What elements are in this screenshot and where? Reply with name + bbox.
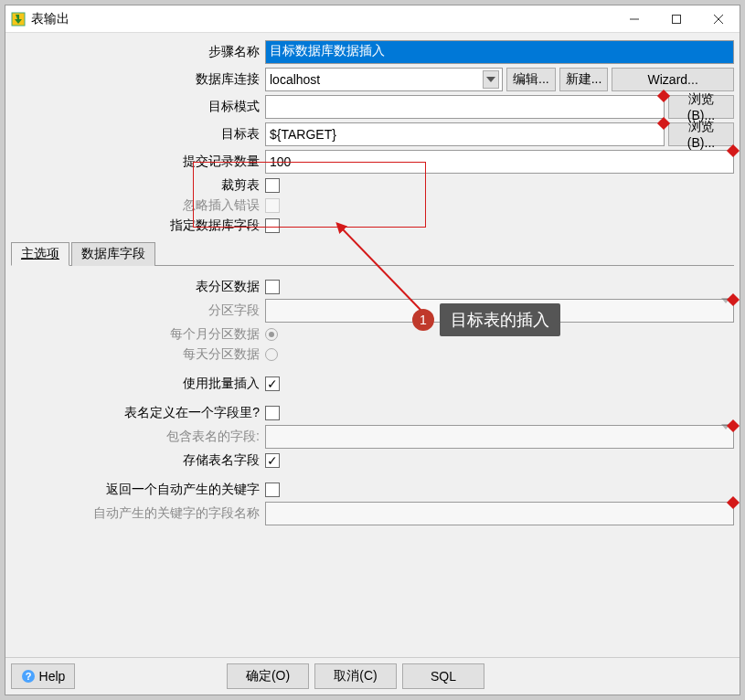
target-table-label: 目标表 (11, 126, 265, 143)
app-icon (11, 12, 26, 27)
main-tab-panel: 表分区数据 分区字段 每个月分区数据 每天分区数据 (11, 266, 734, 538)
truncate-table-label: 裁剪表 (11, 177, 265, 194)
step-name-label: 步骤名称 (11, 44, 265, 60)
partition-daily-radio (265, 348, 278, 361)
partition-monthly-label: 每个月分区数据 (11, 326, 265, 343)
minimize-button[interactable] (613, 5, 655, 33)
partition-daily-label: 每天分区数据 (11, 346, 265, 363)
partition-field-combo (265, 299, 734, 323)
specify-db-fields-checkbox[interactable] (265, 218, 280, 233)
browse-table-button[interactable]: 浏览(B)... (668, 122, 734, 146)
use-batch-insert-checkbox[interactable] (265, 377, 280, 391)
partition-field-label: 分区字段 (11, 302, 265, 319)
db-connection-value: localhost (270, 72, 320, 87)
titlebar: 表输出 (5, 5, 740, 33)
partition-data-checkbox[interactable] (265, 280, 280, 294)
partition-data-label: 表分区数据 (11, 279, 265, 295)
ignore-insert-errors-label: 忽略插入错误 (11, 197, 265, 214)
commit-size-input[interactable] (265, 150, 734, 174)
specify-db-fields-label: 指定数据库字段 (11, 217, 265, 234)
sql-button[interactable]: SQL (402, 663, 484, 689)
autogen-key-fieldname-input (265, 502, 734, 525)
db-connection-label: 数据库连接 (11, 71, 265, 88)
tablename-in-field-label: 表名定义在一个字段里? (11, 405, 265, 421)
store-tablename-field-checkbox[interactable] (265, 453, 280, 468)
tablename-field-combo (265, 425, 734, 449)
return-autogen-key-checkbox[interactable] (265, 483, 280, 497)
bottom-bar: ? Help 确定(O) 取消(C) SQL (5, 657, 740, 695)
autogen-key-fieldname-label: 自动产生的关键字的字段名称 (11, 505, 265, 522)
tablename-in-field-checkbox[interactable] (265, 406, 280, 420)
dialog-window: 表输出 步骤名称 目标数据库数据插入 数据库连接 localhost 编辑... (5, 5, 740, 695)
wizard-button[interactable]: Wizard... (612, 68, 734, 91)
partition-monthly-radio (265, 328, 278, 341)
truncate-table-checkbox[interactable] (265, 178, 280, 193)
browse-schema-button[interactable]: 浏览(B)... (668, 95, 734, 119)
svg-text:?: ? (25, 671, 31, 682)
content-area: 步骤名称 目标数据库数据插入 数据库连接 localhost 编辑... 新建.… (5, 33, 740, 657)
return-autogen-key-label: 返回一个自动产生的关键字 (11, 482, 265, 498)
commit-size-label: 提交记录数量 (11, 154, 265, 170)
help-button-label: Help (39, 669, 66, 684)
window-title: 表输出 (31, 11, 613, 27)
tab-db-fields[interactable]: 数据库字段 (71, 242, 155, 266)
edit-connection-button[interactable]: 编辑... (506, 68, 556, 91)
store-tablename-field-label: 存储表名字段 (11, 452, 265, 469)
ok-button[interactable]: 确定(O) (227, 663, 309, 689)
target-schema-input[interactable] (265, 95, 665, 119)
tab-bar: 主选项 数据库字段 (11, 241, 734, 266)
use-batch-insert-label: 使用批量插入 (11, 376, 265, 392)
tab-main[interactable]: 主选项 (11, 242, 69, 266)
chevron-down-icon (721, 430, 730, 444)
close-button[interactable] (697, 5, 740, 33)
new-connection-button[interactable]: 新建... (559, 68, 609, 91)
ignore-insert-errors-checkbox (265, 198, 280, 213)
target-schema-label: 目标模式 (11, 99, 265, 115)
step-name-input[interactable]: 目标数据库数据插入 (265, 40, 734, 64)
target-table-input[interactable] (265, 122, 665, 146)
help-button[interactable]: ? Help (11, 663, 75, 689)
tablename-field-label: 包含表名的字段: (11, 429, 265, 445)
chevron-down-icon (483, 70, 499, 89)
svg-rect-2 (673, 15, 681, 23)
db-connection-combo[interactable]: localhost (265, 68, 503, 91)
chevron-down-icon (721, 303, 730, 318)
maximize-button[interactable] (655, 5, 697, 33)
cancel-button[interactable]: 取消(C) (314, 663, 397, 689)
help-icon: ? (21, 669, 36, 684)
